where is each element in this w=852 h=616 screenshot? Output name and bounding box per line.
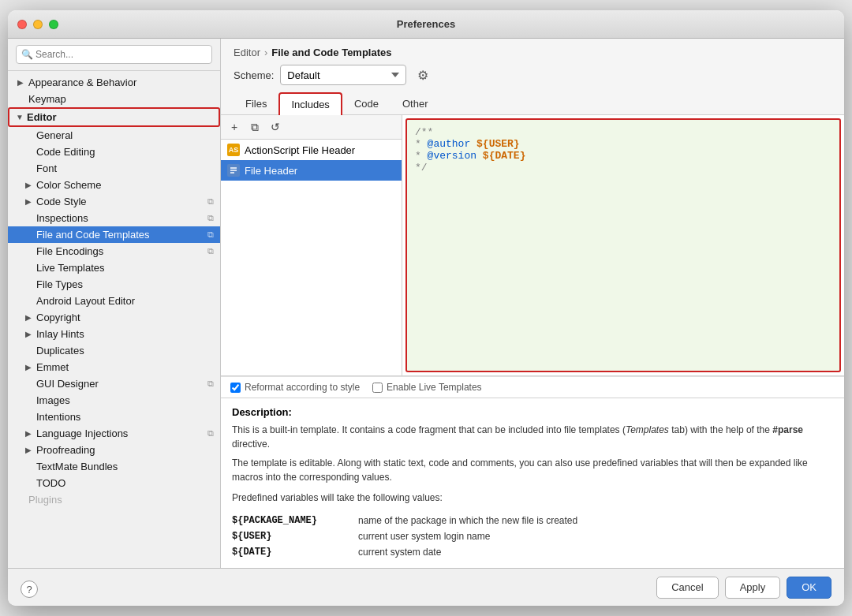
copy-template-button[interactable]: ⧉ <box>246 118 263 136</box>
copy-icon: ⧉ <box>207 379 214 389</box>
sidebar-item-keymap[interactable]: Keymap <box>8 91 220 107</box>
expand-icon: ▶ <box>17 78 27 87</box>
tab-includes[interactable]: Includes <box>278 92 342 115</box>
breadcrumb: Editor › File and Code Templates <box>234 47 831 58</box>
predefined-vars-label: Predefined variables will take the follo… <box>232 491 833 505</box>
sidebar-item-code-style[interactable]: ▶ Code Style ⧉ <box>8 193 220 210</box>
gear-button[interactable]: ⚙ <box>413 65 433 85</box>
apply-button[interactable]: Apply <box>725 577 781 599</box>
copy-icon: ⧉ <box>207 213 214 223</box>
sidebar-item-emmet[interactable]: ▶ Emmet <box>8 359 220 375</box>
sidebar-item-todo[interactable]: TODO <box>8 475 220 491</box>
reformat-checkbox-label[interactable]: Reformat according to style <box>230 382 360 393</box>
expand-icon: ▶ <box>25 181 35 189</box>
sidebar-item-color-scheme[interactable]: ▶ Color Scheme <box>8 177 220 193</box>
tab-files[interactable]: Files <box>234 92 278 115</box>
search-input[interactable] <box>16 45 212 64</box>
sidebar-item-inlay-hints[interactable]: ▶ Inlay Hints <box>8 326 220 342</box>
help-button[interactable]: ? <box>21 581 38 598</box>
fileheader-icon <box>227 164 240 177</box>
template-item-fileheader[interactable]: File Header <box>221 160 402 181</box>
sidebar-item-inspections[interactable]: Inspections ⧉ <box>8 210 220 226</box>
copy-icon: ⧉ <box>207 246 214 256</box>
expand-icon: ▼ <box>16 113 25 121</box>
sidebar-item-textmate[interactable]: TextMate Bundles <box>8 458 220 475</box>
var-row-user: ${USER} current user system login name <box>232 528 833 544</box>
template-item-actionscript[interactable]: AS ActionScript File Header <box>221 140 402 160</box>
template-items: AS ActionScript File Header File Header <box>221 140 402 375</box>
sidebar-item-intentions[interactable]: Intentions <box>8 409 220 425</box>
tab-code[interactable]: Code <box>342 92 390 115</box>
live-templates-checkbox[interactable] <box>372 383 383 393</box>
var-row-package: ${PACKAGE_NAME} name of the package in w… <box>232 513 833 528</box>
variables-table: ${PACKAGE_NAME} name of the package in w… <box>232 513 833 560</box>
description-text: This is a built-in template. It contains… <box>232 423 833 505</box>
breadcrumb-arrow: › <box>264 47 267 58</box>
expand-icon: ▶ <box>25 363 35 371</box>
sidebar-item-editor[interactable]: ▼ Editor <box>8 107 220 127</box>
expand-icon: ▶ <box>25 197 35 206</box>
sidebar-item-gui-designer[interactable]: GUI Designer ⧉ <box>8 375 220 392</box>
copy-icon: ⧉ <box>207 230 214 240</box>
maximize-button[interactable] <box>49 20 58 29</box>
sidebar-item-font[interactable]: Font <box>8 160 220 177</box>
window-title: Preferences <box>397 18 455 30</box>
sidebar-item-appearance[interactable]: ▶ Appearance & Behavior <box>8 74 220 91</box>
reformat-checkbox[interactable] <box>230 383 241 393</box>
sidebar-item-code-editing[interactable]: Code Editing <box>8 144 220 160</box>
reset-template-button[interactable]: ↺ <box>267 118 284 136</box>
minimize-button[interactable] <box>33 20 43 29</box>
scheme-label: Scheme: <box>234 69 274 81</box>
sidebar-item-language-injections[interactable]: ▶ Language Injections ⧉ <box>8 425 220 442</box>
sidebar-item-file-code-templates[interactable]: File and Code Templates ⧉ <box>8 226 220 243</box>
titlebar: Preferences <box>8 10 844 39</box>
template-editor-content[interactable]: /** * @author ${USER} * @version <box>407 120 839 371</box>
window-controls <box>17 20 58 29</box>
code-line-3: * @version ${DATE} <box>415 150 831 162</box>
footer: ? Cancel Apply OK <box>8 568 844 606</box>
sidebar-item-images[interactable]: Images <box>8 392 220 409</box>
sidebar-item-android-layout[interactable]: Android Layout Editor <box>8 293 220 309</box>
search-wrap: 🔍 <box>16 45 212 64</box>
code-line-4: */ <box>415 162 831 174</box>
ok-button[interactable]: OK <box>787 577 831 599</box>
cancel-button[interactable]: Cancel <box>656 577 718 599</box>
tabs-bar: Files Includes Code Other <box>234 91 831 114</box>
description-title: Description: <box>232 406 833 418</box>
template-list: + ⧉ ↺ AS ActionScript File Header <box>221 115 402 375</box>
sidebar: 🔍 ▶ Appearance & Behavior Keymap ▼ Edito… <box>8 39 221 568</box>
sidebar-item-plugins[interactable]: Plugins <box>8 491 220 508</box>
live-templates-checkbox-label[interactable]: Enable Live Templates <box>372 382 482 393</box>
expand-icon: ▶ <box>25 313 35 322</box>
sidebar-item-live-templates[interactable]: Live Templates <box>8 259 220 276</box>
var-row-date: ${DATE} current system date <box>232 544 833 560</box>
scheme-select[interactable]: Default <box>280 65 406 85</box>
expand-icon: ▶ <box>25 330 35 338</box>
sidebar-item-duplicates[interactable]: Duplicates <box>8 342 220 359</box>
sidebar-item-proofreading[interactable]: ▶ Proofreading <box>8 442 220 458</box>
description-area: Description: This is a built-in template… <box>221 398 844 568</box>
copy-icon: ⧉ <box>207 196 214 207</box>
actionscript-icon: AS <box>227 144 240 156</box>
sidebar-item-general[interactable]: General <box>8 127 220 144</box>
add-template-button[interactable]: + <box>226 118 243 136</box>
expand-icon: ▶ <box>25 446 35 454</box>
main-header: Editor › File and Code Templates Scheme:… <box>221 39 844 115</box>
scheme-row: Scheme: Default ⚙ <box>234 65 831 85</box>
code-line-1: /** <box>415 126 831 138</box>
tab-other[interactable]: Other <box>390 92 440 115</box>
search-bar: 🔍 <box>8 39 220 71</box>
split-area: + ⧉ ↺ AS ActionScript File Header <box>221 115 844 376</box>
close-button[interactable] <box>17 20 27 29</box>
preferences-window: Preferences 🔍 ▶ Appearance & Behavior Ke… <box>8 10 844 606</box>
expand-icon: ▶ <box>25 429 35 438</box>
breadcrumb-part2: File and Code Templates <box>271 47 391 58</box>
search-icon: 🔍 <box>21 49 33 60</box>
template-editor[interactable]: /** * @author ${USER} * @version <box>405 118 841 372</box>
sidebar-item-copyright[interactable]: ▶ Copyright <box>8 309 220 326</box>
sidebar-item-file-types[interactable]: File Types <box>8 276 220 293</box>
sidebar-item-file-encodings[interactable]: File Encodings ⧉ <box>8 243 220 259</box>
panel-body: + ⧉ ↺ AS ActionScript File Header <box>221 115 844 568</box>
sidebar-list: ▶ Appearance & Behavior Keymap ▼ Editor … <box>8 71 220 568</box>
breadcrumb-part1: Editor <box>234 47 260 58</box>
